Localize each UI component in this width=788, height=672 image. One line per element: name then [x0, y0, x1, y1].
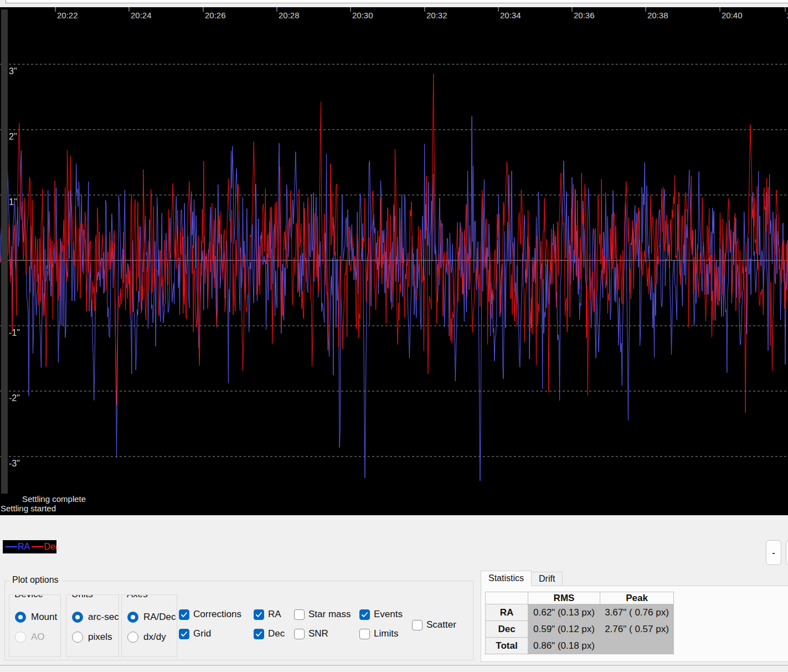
- tab-statistics[interactable]: Statistics: [481, 571, 532, 586]
- ra-checkbox[interactable]: RA: [254, 609, 281, 620]
- checkbox-label: Scatter: [426, 619, 456, 630]
- splitter[interactable]: [0, 665, 788, 666]
- x-tick-label: 20:24: [131, 11, 152, 20]
- x-tick-label: 20:26: [205, 11, 226, 20]
- radio-label: AO: [31, 632, 45, 643]
- checkbox-icon: [254, 629, 264, 639]
- radio-label: RA/Dec: [143, 612, 176, 623]
- star-mass-checkbox[interactable]: Star mass: [294, 609, 351, 620]
- radio-label: dx/dy: [143, 632, 166, 643]
- x-tick-label: 20:28: [279, 11, 300, 20]
- device-group-title: Device: [12, 594, 46, 600]
- device-mount-radio[interactable]: Mount: [15, 612, 57, 623]
- checkbox-label: Star mass: [308, 609, 351, 620]
- dec-line-swatch: [32, 546, 43, 547]
- ra-row-label: RA: [486, 604, 528, 621]
- plot-options-title: Plot options: [9, 575, 61, 585]
- dec-checkbox[interactable]: Dec: [254, 628, 285, 639]
- device-group: Device Mount AO: [9, 594, 61, 657]
- window-top-edge: [6, 0, 788, 3]
- y-tick-label: -3": [9, 459, 20, 468]
- y-tick-label: 3": [9, 66, 17, 76]
- vertical-scrollbar[interactable]: [1, 9, 8, 494]
- checkbox-label: Limits: [374, 628, 398, 639]
- axes-group-title: Axes: [124, 594, 151, 600]
- radio-icon: [127, 612, 138, 623]
- radio-icon: [15, 612, 26, 623]
- units-pixels-radio[interactable]: pixels: [72, 632, 112, 643]
- checkbox-label: Dec: [268, 628, 285, 639]
- corrections-checkbox[interactable]: Corrections: [179, 609, 241, 620]
- x-tick-label: 20:34: [500, 11, 521, 20]
- legend-item-ra: RA: [6, 542, 30, 552]
- scale-minus-button[interactable]: -: [766, 540, 781, 565]
- x-tick-label: 20:30: [352, 11, 373, 20]
- checkbox-icon: [294, 629, 305, 639]
- graph-legend: RA Dec: [3, 540, 56, 553]
- table-row: Total 0.86" (0.18 px): [486, 638, 674, 654]
- legend-label-ra: RA: [18, 542, 30, 552]
- x-tick-label: 20:32: [426, 11, 447, 20]
- checkbox-icon: [412, 620, 423, 630]
- guide-graph-canvas: 20:2220:2420:2620:2820:3020:3220:3420:36…: [0, 7, 788, 515]
- dec-rms-value: 0.59" (0.12 px): [528, 621, 600, 638]
- table-row: RA 0.62" (0.13 px) 3.67" ( 0.76 px): [486, 604, 674, 621]
- checkbox-icon: [294, 609, 305, 620]
- checkbox-icon: [179, 629, 189, 639]
- legend-item-dec: Dec: [32, 542, 56, 552]
- statistics-panel: RMS Peak RA 0.62" (0.13 px) 3.67" ( 0.76…: [481, 586, 788, 662]
- dec-peak-value: 2.76" ( 0.57 px): [600, 621, 674, 638]
- units-arcsec-radio[interactable]: arc-sec: [72, 612, 119, 623]
- dec-row-label: Dec: [486, 621, 528, 638]
- axes-dxdy-radio[interactable]: dx/dy: [127, 632, 166, 643]
- x-tick-label: 20:36: [574, 11, 595, 20]
- rms-column-header: RMS: [528, 592, 600, 604]
- checkbox-label: Grid: [193, 628, 211, 639]
- grid-checkbox[interactable]: Grid: [179, 628, 211, 639]
- device-ao-radio: AO: [15, 632, 45, 643]
- ra-line-swatch: [6, 546, 17, 547]
- checkbox-icon: [359, 629, 370, 639]
- ra-rms-value: 0.62" (0.13 px): [528, 604, 600, 621]
- tab-label: Drift: [539, 574, 555, 584]
- settling-complete-annotation: Settling complete: [22, 494, 86, 504]
- checkbox-label: Events: [374, 609, 403, 620]
- axes-group: Axes RA/Dec dx/dy: [121, 594, 177, 657]
- table-row: Dec 0.59" (0.12 px) 2.76" ( 0.57 px): [486, 621, 674, 638]
- y-tick-label: 1": [9, 197, 17, 207]
- peak-column-header: Peak: [600, 592, 674, 604]
- radio-icon: [72, 632, 83, 643]
- plot-options-group: Plot options Device Mount AO Units arc-s…: [4, 581, 473, 660]
- table-corner-cell: [486, 592, 528, 604]
- snr-checkbox[interactable]: SNR: [294, 628, 328, 639]
- y-tick-label: -2": [9, 393, 20, 403]
- radio-label: arc-sec: [88, 612, 119, 623]
- ra-peak-value: 3.67" ( 0.76 px): [600, 604, 674, 621]
- tab-label: Statistics: [488, 573, 524, 583]
- tab-drift[interactable]: Drift: [531, 572, 563, 586]
- units-group-title: Units: [69, 594, 96, 600]
- radio-icon: [72, 612, 83, 623]
- scatter-checkbox[interactable]: Scatter: [412, 619, 456, 630]
- total-peak-value: [600, 638, 674, 654]
- y-tick-label: 2": [9, 132, 17, 141]
- y-tick-label: -1": [9, 328, 20, 337]
- total-row-label: Total: [486, 638, 528, 654]
- limits-checkbox[interactable]: Limits: [359, 628, 398, 639]
- radio-icon: [127, 632, 138, 643]
- legend-label-dec: Dec: [44, 542, 56, 552]
- units-group: Units arc-sec pixels: [66, 594, 119, 657]
- x-tick-label: 20:38: [647, 11, 668, 20]
- x-tick-label: 20:22: [57, 11, 78, 20]
- checkbox-icon: [179, 609, 189, 620]
- guiding-app-window: { "toolbar": { "minus_label": "-" }, "ch…: [0, 0, 788, 672]
- axes-radec-radio[interactable]: RA/Dec: [127, 612, 176, 623]
- partial-button[interactable]: [786, 540, 788, 565]
- radio-label: pixels: [88, 632, 112, 643]
- guide-graph: 20:2220:2420:2620:2820:3020:3220:3420:36…: [0, 7, 788, 515]
- checkbox-icon: [254, 609, 264, 620]
- x-tick-label: 20:40: [722, 11, 743, 20]
- radio-label: Mount: [31, 612, 57, 623]
- ra-trace: [0, 116, 788, 481]
- events-checkbox[interactable]: Events: [359, 609, 403, 620]
